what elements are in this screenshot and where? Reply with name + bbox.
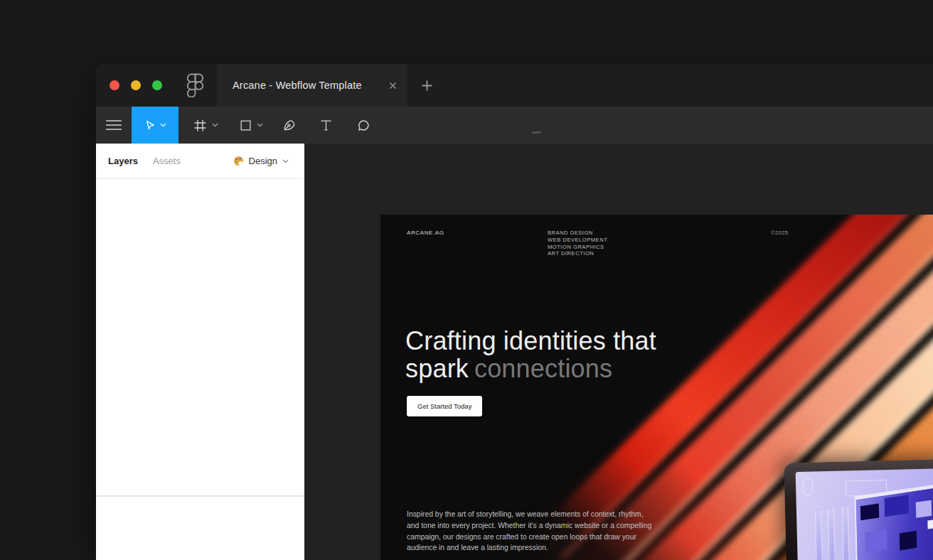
panel-section-divider bbox=[96, 495, 304, 497]
new-tab-plus-icon[interactable] bbox=[417, 76, 436, 95]
site-logo[interactable]: ARCANE.AG bbox=[407, 230, 444, 236]
move-tool-button[interactable] bbox=[132, 107, 178, 144]
site-copyright: ©2025 bbox=[771, 230, 789, 236]
chevron-down-icon bbox=[160, 123, 166, 127]
square-icon bbox=[239, 119, 252, 132]
chevron-down-icon bbox=[212, 123, 218, 127]
nav-item[interactable]: MOTION GRAPHICS bbox=[548, 244, 607, 251]
screen-outline-shape bbox=[803, 478, 814, 496]
laptop-mockup[interactable] bbox=[784, 450, 933, 560]
toolbar bbox=[96, 107, 933, 144]
cursor-artifact bbox=[532, 131, 541, 134]
paragraph-line: audience in and leave a lasting impressi… bbox=[407, 542, 651, 554]
panel-tabs: Layers Assets Design bbox=[96, 144, 304, 179]
design-mode-switcher[interactable]: Design bbox=[233, 156, 289, 166]
document-tab[interactable]: Arcane - Webflow Template bbox=[217, 64, 407, 107]
hero-heading[interactable]: Crafting identities that sparkconnection… bbox=[405, 327, 656, 382]
laptop-screen bbox=[796, 459, 933, 560]
shape-tool-button[interactable] bbox=[231, 107, 271, 144]
chevron-down-icon bbox=[257, 123, 263, 127]
nav-item[interactable]: WEB DEVELOPMENT bbox=[548, 237, 607, 244]
pen-tool-button[interactable] bbox=[274, 107, 304, 144]
figma-logo-icon bbox=[187, 73, 203, 97]
comment-tool-button[interactable] bbox=[348, 107, 378, 144]
screen-outline-shape bbox=[846, 480, 887, 496]
hero-paragraph[interactable]: Inspired by the art of storytelling, we … bbox=[407, 509, 651, 554]
hero-heading-line2-emphasis: spark bbox=[405, 354, 469, 383]
text-tool-button[interactable] bbox=[311, 107, 341, 144]
nav-item[interactable]: ART DIRECTION bbox=[548, 250, 607, 257]
palette-icon bbox=[233, 156, 244, 166]
document-tab-title: Arcane - Webflow Template bbox=[233, 80, 381, 91]
canvas[interactable]: ARCANE.AG BRAND DESIGN WEB DEVELOPMENT M… bbox=[304, 144, 933, 560]
traffic-minimize-icon[interactable] bbox=[131, 80, 141, 90]
pen-nib-icon bbox=[282, 118, 297, 133]
menu-icon bbox=[106, 119, 122, 131]
design-mode-label: Design bbox=[249, 156, 277, 166]
hero-heading-line2-muted: connections bbox=[474, 354, 612, 383]
paragraph-line: Inspired by the art of storytelling, we … bbox=[407, 509, 651, 520]
frame-grid-icon bbox=[193, 118, 208, 133]
comment-bubble-icon bbox=[356, 118, 371, 133]
site-nav[interactable]: BRAND DESIGN WEB DEVELOPMENT MOTION GRAP… bbox=[548, 230, 607, 257]
traffic-close-icon[interactable] bbox=[110, 80, 119, 90]
site-design-frame[interactable]: ARCANE.AG BRAND DESIGN WEB DEVELOPMENT M… bbox=[380, 215, 933, 560]
traffic-zoom-icon[interactable] bbox=[152, 80, 162, 90]
text-t-icon bbox=[319, 119, 333, 132]
titlebar: Arcane - Webflow Template bbox=[96, 64, 933, 107]
get-started-button[interactable]: Get Started Today bbox=[407, 396, 482, 416]
hero-heading-line1: Crafting identities that bbox=[405, 326, 656, 355]
move-cursor-icon bbox=[144, 119, 156, 131]
frame-tool-button[interactable] bbox=[186, 107, 225, 144]
tab-close-icon[interactable] bbox=[388, 81, 398, 90]
paragraph-line: campaign, our designs are crafted to cre… bbox=[407, 532, 651, 543]
figma-window: Arcane - Webflow Template bbox=[96, 64, 933, 560]
tab-assets[interactable]: Assets bbox=[153, 156, 181, 166]
chevron-down-icon bbox=[282, 159, 289, 163]
tab-layers[interactable]: Layers bbox=[108, 156, 138, 166]
paragraph-line: and tone into every project. Whether it'… bbox=[407, 520, 651, 532]
nav-item[interactable]: BRAND DESIGN bbox=[548, 230, 607, 237]
left-panel: Layers Assets Design bbox=[96, 144, 304, 560]
main-menu-button[interactable] bbox=[99, 107, 129, 144]
